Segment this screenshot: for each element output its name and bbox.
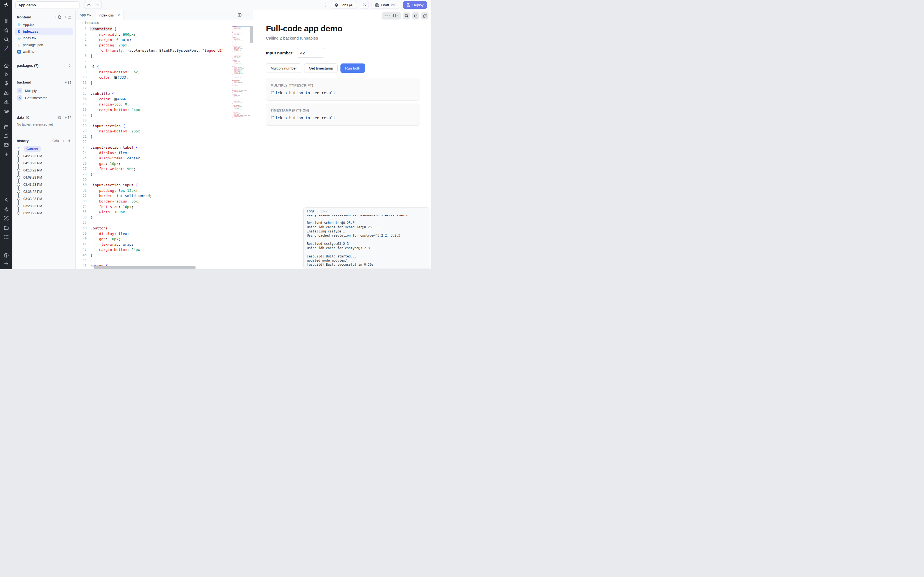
history-dot — [17, 211, 20, 214]
history-count: 9/50 — [53, 139, 59, 143]
jobs-button[interactable]: Jobs (4) — [331, 1, 357, 9]
resources-icon[interactable] — [3, 90, 9, 95]
history-entry[interactable]: 04:13:22 PM — [12, 167, 75, 174]
history-current-row[interactable]: Current — [12, 145, 75, 153]
history-entry[interactable]: 03:38:22 PM — [12, 188, 75, 195]
packages-row[interactable]: packages (7) — [12, 62, 75, 69]
history-entry[interactable]: 04:08:23 PM — [12, 174, 75, 181]
current-version-badge: Current — [24, 146, 41, 152]
learn-icon[interactable] — [3, 109, 9, 114]
runs-icon[interactable] — [3, 72, 9, 77]
add-folder-button[interactable] — [65, 15, 71, 19]
help-icon[interactable] — [3, 253, 9, 258]
add-icon[interactable] — [3, 152, 9, 157]
split-editor-icon[interactable] — [237, 13, 242, 17]
code-line: 36} — [76, 215, 233, 220]
code-line: 34 font-size: 16px; — [76, 204, 233, 210]
file-item-App-tsx[interactable]: App.tsx — [12, 21, 75, 28]
line-number: 40 — [76, 236, 90, 242]
logs-body[interactable]: Using cached resolution for scheduler@^0… — [304, 208, 429, 268]
result-card-value: Click a button to see result — [271, 91, 415, 95]
number-input[interactable] — [297, 48, 324, 58]
code-pane[interactable]: 1.container {2 max-width: 600px;3 margin… — [76, 26, 233, 269]
esbuild-badge[interactable]: esbuild — [382, 12, 401, 19]
history-entry[interactable]: 03:28:23 PM — [12, 203, 75, 210]
expand-sidebar-icon[interactable] — [3, 261, 9, 266]
tab-index-css[interactable]: index.css × — [95, 10, 123, 20]
undo-redo-group — [84, 1, 102, 9]
favorites-icon[interactable] — [3, 28, 9, 33]
refresh-preview-button[interactable] — [421, 12, 428, 19]
ai-assistant-button[interactable] — [360, 1, 369, 9]
line-number: 1 — [76, 26, 90, 32]
undo-button[interactable] — [84, 2, 93, 8]
app-button-get-timestamp[interactable]: Get timestamp — [304, 63, 338, 73]
app-name-input[interactable] — [15, 2, 80, 9]
backend-item-b[interactable]: bGet timestamp — [12, 95, 75, 102]
tab-app-tsx[interactable]: App.tsx — [76, 10, 95, 20]
save-icon — [375, 3, 379, 7]
line-number: 26 — [76, 161, 90, 166]
history-entry[interactable]: 04:23:23 PM — [12, 153, 75, 160]
list-icon[interactable] — [3, 234, 9, 240]
flows-icon[interactable] — [3, 133, 9, 139]
add-runnable-button[interactable] — [65, 81, 71, 84]
history-dot — [17, 176, 20, 179]
runnable-name: Multiply — [25, 89, 37, 93]
close-tab-icon[interactable]: × — [118, 13, 120, 17]
info-icon — [26, 116, 29, 119]
line-number: 16 — [76, 107, 90, 113]
user-icon[interactable] — [3, 198, 9, 203]
rail-divider — [0, 56, 12, 57]
mail-icon[interactable] — [3, 142, 9, 148]
file-item-index-css[interactable]: 3index.css — [15, 28, 73, 35]
folders-icon[interactable] — [3, 225, 9, 230]
history-entry[interactable]: 03:33:23 PM — [12, 195, 75, 203]
home-icon[interactable] — [3, 63, 9, 68]
app-button-run-both[interactable]: Run both — [341, 63, 365, 73]
app-button-multiply-number[interactable]: Multiply number — [266, 63, 301, 73]
backend-section-header: backend — [12, 79, 75, 86]
history-entry[interactable]: 03:23:22 PM — [12, 210, 75, 217]
editor-breadcrumb[interactable]: index.css — [76, 20, 253, 26]
file-item-index-tsx[interactable]: index.tsx — [12, 35, 75, 42]
backend-item-a[interactable]: aMultiply — [12, 87, 75, 95]
select-element-button[interactable] — [403, 12, 410, 19]
tab-label: index.css — [99, 13, 113, 17]
editor-horizontal-scrollbar[interactable] — [94, 266, 195, 269]
add-snapshot-icon[interactable] — [61, 139, 65, 143]
editor-vertical-scrollbar[interactable] — [250, 26, 253, 43]
log-line: Using cached resolution for csstype@^3.2… — [307, 234, 426, 238]
settings-icon[interactable] — [3, 206, 9, 212]
redo-button[interactable] — [93, 2, 102, 8]
history-timestamp: 03:33:23 PM — [23, 197, 42, 201]
file-item-wmill-ts[interactable]: TSwmill.ts — [12, 48, 75, 55]
file-item-package-json[interactable]: {}package.json — [12, 42, 75, 48]
add-file-button[interactable] — [55, 15, 61, 19]
data-title: data — [17, 115, 24, 119]
ai-wand-icon[interactable] — [3, 46, 9, 51]
variables-icon[interactable] — [3, 81, 9, 86]
workspace-settings-icon[interactable] — [3, 216, 9, 221]
triggers-icon[interactable] — [3, 100, 9, 105]
draft-button[interactable]: Draft⌘S — [372, 1, 400, 9]
add-table-button[interactable] — [65, 116, 71, 119]
line-number: 12 — [76, 86, 90, 91]
logs-header[interactable]: Logs (379) — [304, 208, 429, 215]
editor-more-icon[interactable] — [245, 13, 249, 17]
history-entry[interactable]: 04:18:23 PM — [12, 160, 75, 167]
code-line: 33 border-radius: 6px; — [76, 199, 233, 204]
deploy-button[interactable]: Deploy — [403, 1, 427, 9]
editor-minimap[interactable]: .container { max-width: 600px; margin: 0… — [233, 26, 250, 266]
open-external-button[interactable] — [412, 12, 419, 19]
code-line: 40 gap: 10px; — [76, 236, 233, 242]
search-icon[interactable] — [3, 37, 9, 42]
more-menu-button[interactable] — [323, 2, 328, 8]
windmill-logo[interactable] — [0, 0, 12, 10]
history-entry[interactable]: 03:43:23 PM — [12, 181, 75, 188]
workspace-avatar[interactable] — [2, 17, 10, 24]
camera-icon[interactable] — [68, 139, 71, 143]
data-settings-icon[interactable] — [58, 116, 61, 119]
line-number: 29 — [76, 177, 90, 183]
schedules-icon[interactable] — [3, 124, 9, 130]
